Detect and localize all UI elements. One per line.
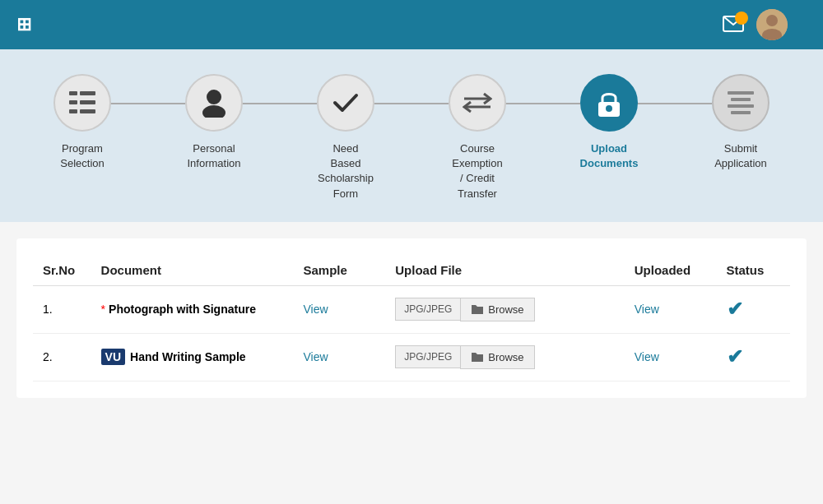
uploaded-cell: View (625, 285, 717, 333)
main-content: Sr.No Document Sample Upload File Upload… (16, 238, 807, 398)
uploaded-cell: View (625, 333, 717, 381)
step-label-scholarship: NeedBasedScholarshipForm (318, 141, 374, 201)
step-scholarship[interactable]: NeedBasedScholarshipForm (280, 74, 412, 201)
document-name: Photograph with Signature (109, 303, 256, 316)
table-row: 2.VUHand Writing SampleViewJPG/JPEG Brow… (33, 333, 790, 381)
list-icon (69, 91, 95, 114)
step-submit[interactable]: SubmitApplication (675, 74, 807, 171)
col-header-status: Status (717, 255, 790, 286)
step-upload-documents[interactable]: UploadDocuments (543, 74, 675, 171)
file-type-badge: JPG/JPEG (395, 298, 460, 321)
svg-point-2 (766, 15, 778, 26)
sample-view-link[interactable]: View (303, 350, 328, 363)
col-header-sample: Sample (293, 255, 385, 286)
srno-cell: 2. (33, 333, 91, 381)
file-type-badge: JPG/JPEG (395, 345, 460, 368)
svg-rect-7 (80, 100, 95, 104)
status-check-icon: ✔ (727, 345, 743, 368)
step-label-course: CourseExemption/ CreditTransfer (452, 141, 502, 201)
svg-point-11 (202, 105, 226, 118)
document-cell: VUHand Writing Sample (91, 333, 294, 381)
step-label-submit: SubmitApplication (714, 141, 767, 171)
status-check-icon: ✔ (727, 298, 743, 320)
svg-rect-6 (69, 100, 77, 104)
document-cell: *Photograph with Signature (91, 285, 294, 333)
svg-rect-17 (731, 98, 751, 101)
step-label-personal: PersonalInformation (187, 141, 240, 171)
col-header-upload: Upload File (385, 255, 625, 286)
vu-logo: VU (101, 349, 125, 365)
sample-view-link[interactable]: View (303, 303, 328, 316)
step-label-program: ProgramSelection (60, 141, 104, 171)
col-header-srno: Sr.No (33, 255, 91, 286)
col-header-uploaded: Uploaded (625, 255, 717, 286)
document-name: Hand Writing Sample (130, 350, 246, 363)
stepper: ProgramSelection PersonalInformation Nee… (16, 74, 807, 201)
mail-badge (735, 12, 748, 25)
mail-button[interactable] (723, 16, 744, 35)
home-nav[interactable]: ⊞ (16, 14, 40, 35)
folder-icon (471, 351, 484, 363)
status-cell: ✔ (717, 285, 790, 333)
step-circle-program (53, 74, 111, 132)
svg-rect-9 (80, 109, 95, 113)
svg-point-15 (606, 105, 612, 112)
svg-rect-4 (69, 91, 77, 95)
header-right (723, 9, 807, 40)
home-icon: ⊞ (16, 14, 31, 35)
upload-file-cell: JPG/JPEG Browse (385, 285, 625, 333)
sample-cell: View (293, 285, 385, 333)
step-circle-scholarship (317, 74, 374, 132)
step-label-upload: UploadDocuments (580, 141, 639, 171)
svg-rect-5 (80, 91, 95, 95)
step-circle-submit (712, 74, 770, 132)
col-header-doc: Document (91, 255, 294, 286)
browse-button[interactable]: Browse (460, 298, 534, 321)
upload-lock-icon (596, 89, 622, 117)
step-circle-course (449, 74, 506, 132)
header: ⊞ (0, 0, 823, 49)
sample-cell: View (293, 333, 385, 381)
step-program-selection[interactable]: ProgramSelection (16, 74, 148, 171)
browse-button[interactable]: Browse (460, 345, 534, 369)
user-avatar (756, 9, 788, 40)
uploaded-view-link[interactable]: View (635, 350, 659, 363)
submit-icon (728, 91, 754, 114)
step-course-exemption[interactable]: CourseExemption/ CreditTransfer (412, 74, 543, 201)
step-circle-personal (185, 74, 243, 132)
svg-rect-16 (728, 91, 754, 95)
table-row: 1.*Photograph with SignatureViewJPG/JPEG… (33, 285, 790, 333)
svg-rect-19 (731, 111, 751, 114)
svg-point-10 (207, 90, 221, 104)
upload-file-cell: JPG/JPEG Browse (385, 333, 625, 381)
status-cell: ✔ (717, 333, 790, 381)
documents-table: Sr.No Document Sample Upload File Upload… (33, 255, 790, 381)
stepper-section: ProgramSelection PersonalInformation Nee… (0, 49, 823, 222)
srno-cell: 1. (33, 285, 91, 333)
step-circle-upload (580, 74, 638, 132)
svg-rect-18 (728, 104, 754, 108)
folder-icon (471, 303, 484, 315)
required-star: * (101, 303, 105, 316)
check-icon (332, 91, 359, 114)
step-personal-info[interactable]: PersonalInformation (148, 74, 280, 171)
transfer-icon (463, 91, 492, 114)
uploaded-view-link[interactable]: View (635, 303, 659, 316)
avatar-image (756, 9, 788, 40)
svg-rect-8 (69, 109, 77, 113)
person-icon (200, 88, 228, 118)
